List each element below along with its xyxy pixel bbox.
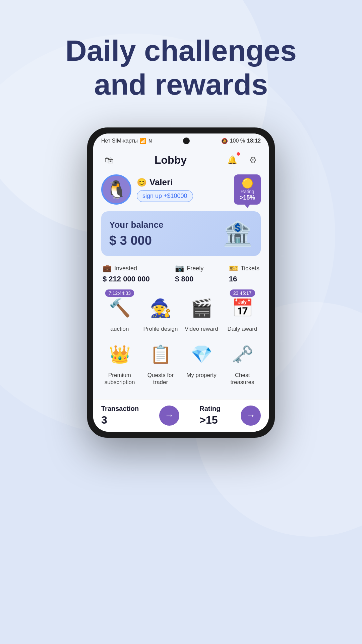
avatar[interactable]: 🐧 bbox=[101, 174, 131, 205]
status-time: 18:12 bbox=[247, 138, 261, 144]
profile-mood-icon: 😊 bbox=[137, 178, 147, 187]
balance-card[interactable]: Your balance $ 3 000 🏦 bbox=[101, 211, 261, 256]
grid-section-2: 👑 Premium subscription 📋 Quests for trad… bbox=[101, 339, 261, 386]
daily-award-icon: 📅 bbox=[232, 298, 253, 318]
status-wifi-icon: 📶 bbox=[140, 138, 146, 144]
profile-design-icon: 🧙 bbox=[150, 298, 172, 318]
freely-value: $ 800 bbox=[175, 275, 203, 283]
signup-badge[interactable]: sign up +$10000 bbox=[137, 190, 193, 202]
rating-coin-icon: 🟡 bbox=[239, 178, 256, 189]
tickets-value: 16 bbox=[229, 275, 259, 283]
transaction-arrow-button[interactable]: → bbox=[159, 406, 179, 426]
invested-label: Invested bbox=[114, 265, 137, 272]
daily-award-label: Daily award bbox=[228, 326, 257, 332]
status-nfc-icon: N bbox=[148, 138, 152, 144]
avatar-image: 🐧 bbox=[106, 179, 127, 200]
invested-icon: 💼 bbox=[103, 264, 112, 273]
premium-icon: 👑 bbox=[109, 344, 131, 365]
video-reward-label: Video reward bbox=[185, 326, 218, 332]
my-property-label: My property bbox=[186, 372, 217, 379]
tickets-icon: 🎫 bbox=[229, 264, 238, 273]
grid-item-premium[interactable]: 👑 Premium subscription bbox=[101, 339, 138, 386]
grid-item-video-reward[interactable]: 🎬 Video reward bbox=[183, 293, 220, 332]
chest-treasures-label: Chest treasures bbox=[224, 372, 261, 386]
header-title: Lobby bbox=[155, 154, 187, 166]
rating-bottom-value: >15 bbox=[199, 414, 220, 426]
transaction-label: Transaction bbox=[101, 405, 139, 413]
app-header: 🛍 Lobby 🔔 ⚙ bbox=[101, 147, 261, 174]
headline-text: Daily challenges and rewards bbox=[0, 34, 362, 101]
quests-icon: 📋 bbox=[150, 344, 172, 365]
notification-icon[interactable]: 🔔 bbox=[225, 152, 240, 168]
rating-label: Rating bbox=[239, 189, 256, 194]
freely-icon: 📷 bbox=[175, 264, 184, 273]
chest-treasures-icon: 🗝️ bbox=[232, 344, 253, 365]
invested-value: $ 212 000 000 bbox=[103, 275, 150, 283]
auction-label: auction bbox=[111, 326, 129, 332]
grid-item-auction[interactable]: 7:12:44:33 🔨 auction bbox=[101, 293, 138, 332]
premium-label: Premium subscription bbox=[101, 372, 138, 386]
balance-illustration: 🏦 bbox=[223, 219, 253, 248]
freely-label: Freely bbox=[187, 265, 203, 272]
grid-item-daily-award[interactable]: 23:45:17 📅 Daily award bbox=[224, 293, 261, 332]
grid-item-quests[interactable]: 📋 Quests for trader bbox=[142, 339, 179, 386]
grid-item-profile-design[interactable]: 🧙 Profile design bbox=[142, 293, 179, 332]
stat-invested: 💼 Invested $ 212 000 000 bbox=[103, 264, 150, 283]
grid-item-chest-treasures[interactable]: 🗝️ Chest treasures bbox=[224, 339, 261, 386]
my-property-icon: 💎 bbox=[191, 344, 213, 365]
bottom-transaction: Transaction 3 bbox=[101, 405, 139, 426]
settings-icon[interactable]: ⚙ bbox=[245, 152, 261, 168]
stats-row: 💼 Invested $ 212 000 000 📷 Freely $ 800 bbox=[101, 264, 261, 283]
video-reward-icon: 🎬 bbox=[191, 298, 213, 318]
rating-value: >15% bbox=[239, 194, 256, 201]
bottom-rating: Rating >15 bbox=[199, 405, 220, 426]
status-bar: Нет SIM-карты 📶 N 🔕 100 % 18:12 bbox=[93, 133, 269, 147]
bottom-section: Transaction 3 → Rating >15 → bbox=[93, 399, 269, 432]
tickets-label: Tickets bbox=[241, 265, 259, 272]
balance-label: Your balance bbox=[109, 220, 163, 230]
quests-label: Quests for trader bbox=[142, 372, 179, 386]
stat-freely: 📷 Freely $ 800 bbox=[175, 264, 203, 283]
profile-design-label: Profile design bbox=[143, 326, 178, 332]
auction-icon: 🔨 bbox=[109, 298, 131, 318]
grid-item-my-property[interactable]: 💎 My property bbox=[183, 339, 220, 386]
rating-badge[interactable]: 🟡 Rating >15% bbox=[234, 174, 261, 205]
bag-icon[interactable]: 🛍 bbox=[101, 152, 117, 168]
rating-bottom-label: Rating bbox=[199, 405, 220, 413]
daily-award-timer: 23:45:17 bbox=[230, 289, 255, 297]
headline-section: Daily challenges and rewards bbox=[0, 0, 362, 121]
transaction-value: 3 bbox=[101, 414, 139, 426]
status-mute-icon: 🔕 bbox=[221, 138, 228, 144]
balance-amount: $ 3 000 bbox=[109, 233, 163, 248]
grid-section-1: 7:12:44:33 🔨 auction 🧙 Profile design bbox=[101, 293, 261, 332]
profile-name: Valeri bbox=[149, 177, 173, 187]
profile-section: 🐧 😊 Valeri sign up +$10000 🟡 Rating bbox=[101, 174, 261, 205]
phone-frame: Нет SIM-карты 📶 N 🔕 100 % 18:12 🛍 Lobby bbox=[87, 127, 275, 438]
rating-arrow-button[interactable]: → bbox=[241, 406, 261, 426]
stat-tickets: 🎫 Tickets 16 bbox=[229, 264, 259, 283]
camera-notch bbox=[183, 138, 190, 144]
status-battery: 100 % bbox=[230, 138, 245, 144]
auction-timer: 7:12:44:33 bbox=[105, 289, 134, 297]
status-sim: Нет SIM-карты bbox=[101, 138, 138, 144]
